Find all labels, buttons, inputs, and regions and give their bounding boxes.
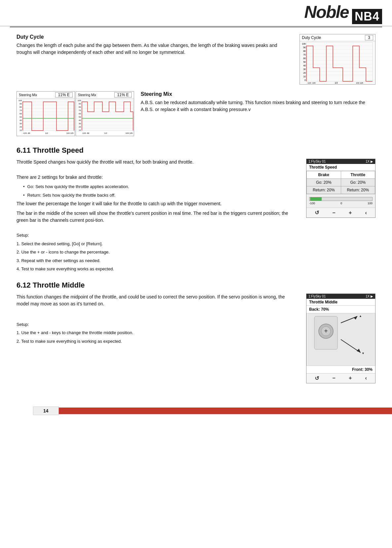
middle-menu-icon[interactable]: ‹ [365,375,367,381]
throttle-middle-body1: This function changes the midpoint of th… [17,294,296,307]
logo-tag: NB4 [352,9,382,24]
svg-text:70: 70 [79,109,81,111]
duty-cycle-title: Duty Cycle [17,34,290,40]
steering-mix-text: Steering Mix A.B.S. can be reduced autom… [141,91,375,113]
duty-cycle-svg: 100 90 80 70 60 50 40 30 20 10 0 [300,41,376,84]
brake-go[interactable]: Go: 20% [307,179,341,186]
col-throttle: Throttle [341,171,375,179]
list-item: Return: Sets how quickly the throttle ba… [23,192,296,199]
throttle-speed-settings-intro: There are 2 settings for brake and throt… [17,174,296,181]
svg-text:100 125: 100 125 [356,82,363,84]
footer-red-bar [59,408,392,414]
svg-text:100 125: 100 125 [66,132,74,134]
svg-rect-24 [23,99,74,131]
device-header-throttle-middle: 1:FlySky 01 1X ▶ [306,294,375,299]
steering-chart-1-header: Steering Mix 11% E [17,92,75,98]
device-title-throttle-middle: Throttle Middle [306,299,375,306]
duty-cycle-chart: Duty Cycle 3 100 90 80 70 60 50 40 30 20 [300,34,375,85]
steering-chart-2: Steering Mix 11% E 100 90 80 70 60 50 40… [76,91,134,136]
throttle-speed-setup-title: Setup: [17,232,296,239]
svg-text:20: 20 [303,72,306,74]
throttle-speed-body2: The bar in the middle of the screen will… [17,210,296,224]
svg-text:10: 10 [19,129,22,131]
throttle-middle-content: This function changes the midpoint of th… [17,294,375,383]
footer-page-number: 14 [33,407,59,415]
duty-cycle-chart-header: Duty Cycle 3 [300,34,375,41]
bar-label-right: 100 [368,202,373,205]
duty-cycle-text: Duty Cycle Changes the length of each pu… [17,34,290,56]
throttle-speed-content: Throttle Speed changes how quickly the t… [17,159,375,274]
svg-text:▼: ▼ [362,352,365,355]
duty-cycle-chart-title: Duty Cycle [302,35,321,40]
throttle-speed-device: 1:FlySky 01 1X ▶ Throttle Speed Brake Th… [306,159,375,274]
throttle-middle-step-2: 2. Test to make sure everything is worki… [17,338,296,345]
throttle-go[interactable]: Go: 20% [341,179,375,186]
plus-button[interactable]: + [349,210,352,216]
svg-rect-48 [82,99,133,131]
steering-mix-title: Steering Mix [141,91,375,97]
throttle-middle-device: 1:FlySky 01 1X ▶ Throttle Middle Back: 7… [306,294,375,383]
device-ui-throttle-middle: 1:FlySky 01 1X ▶ Throttle Middle Back: 7… [306,294,375,383]
throttle-middle-controls: ↺ − + ‹ [306,373,375,383]
throttle-middle-main-title: 6.12 Throttle Middle [17,281,375,290]
middle-minus-button[interactable]: − [332,375,335,381]
throttle-speed-bar-labels: -100 0 100 [309,202,373,205]
throttle-speed-main-title: 6.11 Throttle Speed [17,146,375,155]
main-content: Duty Cycle Changes the length of each pu… [0,27,392,390]
svg-text:+: + [324,328,328,334]
svg-text:▲: ▲ [359,314,362,318]
svg-text:-120 -100: -120 -100 [307,82,316,84]
duty-cycle-chart-value: 3 [365,35,373,40]
svg-text:-120 -80: -120 -80 [23,132,30,134]
middle-back-icon[interactable]: ↺ [315,375,319,381]
bar-label-left: -100 [309,202,315,205]
throttle-dial-svg: + ▲ ▼ [308,313,374,366]
device-ui-throttle-speed: 1:FlySky 01 1X ▶ Throttle Speed Brake Th… [306,159,375,218]
setup-step-1: 1. Select the desired setting, [Go] or [… [17,241,296,247]
throttle-speed-controls: ↺ − + ‹ [306,208,375,217]
steering-chart-2-area: 100 90 80 70 60 50 40 30 20 10 [76,98,134,136]
throttle-return[interactable]: Return: 20% [341,186,375,194]
svg-text:20: 20 [19,126,22,128]
throttle-middle-section: 6.12 Throttle Middle This function chang… [17,281,375,383]
svg-text:10: 10 [303,75,306,78]
setup-step-4: 4. Test to make sure everything works as… [17,266,296,272]
svg-text:0: 0 [304,79,306,81]
steering-svg-1: 100 90 80 70 60 50 40 30 20 10 [17,98,75,135]
steering-mix-section: Steering Mix 11% E 100 90 80 70 60 50 40… [17,91,375,136]
device-header-middle-right: 1X ▶ [366,294,373,298]
svg-text:90: 90 [19,103,22,105]
throttle-speed-intro: Throttle Speed changes how quickly the t… [17,159,296,166]
menu-icon[interactable]: ‹ [365,210,367,216]
svg-text:30: 30 [79,123,81,125]
throttle-speed-bar-green [310,197,322,201]
throttle-speed-settings-list: Go: Sets how quickly the throttle applie… [17,183,296,198]
svg-text:100 125: 100 125 [125,132,133,134]
svg-text:60: 60 [303,57,306,59]
svg-text:40: 40 [79,119,81,121]
svg-text:20: 20 [79,126,81,128]
throttle-middle-step-1: 1. Use the + and - keys to change the th… [17,330,296,336]
steering-chart-2-title: Steering Mix [78,93,96,97]
svg-text:-120 -80: -120 -80 [82,132,89,134]
svg-rect-11 [306,42,373,81]
svg-text:1/2: 1/2 [335,82,338,84]
steering-mix-body: A.B.S. can be reduced automatically whil… [141,99,375,113]
front-label: Front: 30% [306,366,375,373]
duty-cycle-chart-area: 100 90 80 70 60 50 40 30 20 10 0 [300,41,375,84]
steering-chart-1-value: 11% E [55,92,73,98]
brake-return[interactable]: Return: 20% [307,186,341,194]
svg-text:100: 100 [78,99,81,101]
back-icon[interactable]: ↺ [315,210,319,216]
svg-text:30: 30 [303,68,306,70]
svg-text:80: 80 [19,106,22,108]
svg-text:100: 100 [18,99,22,101]
minus-button[interactable]: − [332,210,335,216]
svg-text:60: 60 [19,113,22,115]
duty-cycle-section: Duty Cycle Changes the length of each pu… [17,34,375,85]
svg-text:80: 80 [303,50,306,52]
svg-text:30: 30 [19,123,22,125]
svg-text:40: 40 [303,64,306,67]
device-header-right: 1X ▶ [366,160,373,163]
middle-plus-button[interactable]: + [349,375,352,381]
